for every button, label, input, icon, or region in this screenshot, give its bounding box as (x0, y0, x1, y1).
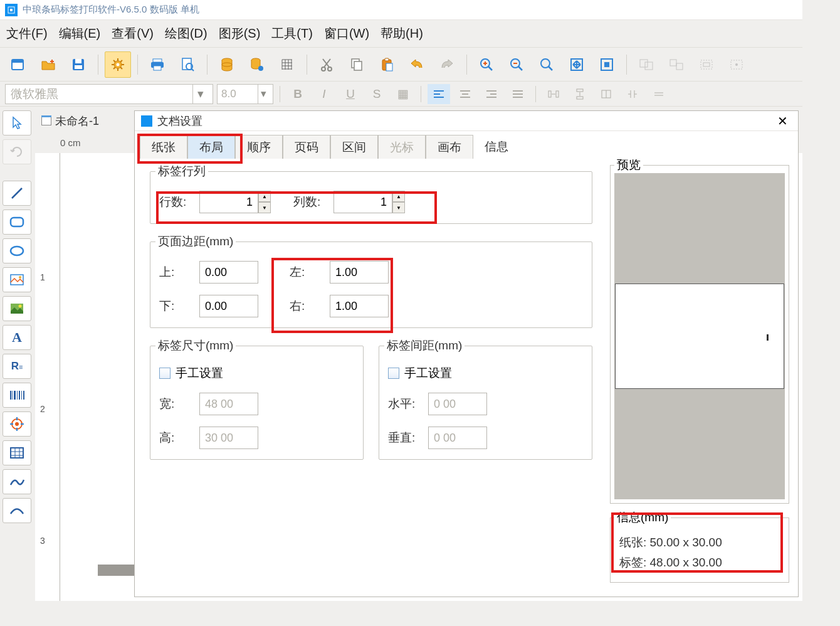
fit-screen-button[interactable] (564, 51, 590, 78)
size-manual-checkbox[interactable]: 手工设置 (159, 365, 223, 381)
svg-line-14 (113, 67, 115, 69)
margin-top-input[interactable] (199, 261, 258, 284)
rows-spin-down[interactable]: ▼ (258, 202, 271, 213)
tool-richtext[interactable]: R≡ (3, 354, 31, 379)
paste-button[interactable] (374, 51, 400, 78)
tool-curve[interactable] (3, 469, 31, 494)
cut-button[interactable] (313, 51, 340, 78)
menu-edit[interactable]: 编辑(E) (59, 25, 101, 42)
menu-view[interactable]: 查看(V) (112, 25, 154, 42)
svg-line-12 (113, 60, 115, 62)
bold-button[interactable]: B (286, 84, 309, 104)
spacing-button-2[interactable] (621, 84, 644, 104)
font-size-combo[interactable]: 8.0 ▾ (217, 84, 273, 104)
zoom-out-button[interactable] (503, 51, 530, 78)
database-button[interactable] (214, 51, 240, 78)
distribute-h-button[interactable] (542, 84, 565, 104)
tab-canvas[interactable]: 画布 (426, 135, 473, 159)
redo-button[interactable] (434, 51, 460, 78)
align-justify-button[interactable] (507, 84, 529, 104)
tab-pageno[interactable]: 页码 (283, 135, 330, 159)
preview-canvas (614, 173, 785, 499)
rows-input[interactable] (199, 191, 258, 213)
save-button[interactable] (65, 51, 92, 78)
canvas-marker (98, 565, 135, 576)
tool-barcode[interactable] (3, 383, 31, 408)
menu-file[interactable]: 文件(F) (6, 25, 48, 42)
tool-rotate[interactable] (3, 139, 31, 164)
group-label: 标签行列 (155, 163, 208, 179)
dropdown-icon: ▾ (258, 85, 269, 103)
menu-window[interactable]: 窗口(W) (324, 25, 369, 42)
group-button[interactable] (633, 51, 659, 78)
tool-roundrect[interactable] (3, 210, 31, 235)
menu-tool[interactable]: 工具(T) (271, 25, 313, 42)
group-margin: 页面边距(mm) 上: 左: 下: 右: (150, 241, 592, 328)
preview-label: 预览 (614, 157, 643, 173)
tool-ellipse[interactable] (3, 238, 31, 263)
new-button[interactable] (5, 51, 31, 78)
font-name-combo[interactable]: 微软雅黑 ▾ (5, 84, 213, 104)
grid-button[interactable] (274, 51, 300, 78)
spacing-button-3[interactable] (648, 84, 670, 104)
open-button[interactable] (35, 51, 61, 78)
tab-paper[interactable]: 纸张 (140, 135, 187, 159)
print-button[interactable] (144, 51, 171, 78)
tab-range[interactable]: 区间 (330, 135, 378, 159)
cols-spin-down[interactable]: ▼ (392, 202, 405, 213)
align-button-1[interactable] (693, 51, 720, 78)
cols-spin-up[interactable]: ▲ (392, 191, 405, 202)
zoom-button[interactable] (533, 51, 560, 78)
setup-button[interactable] (105, 51, 131, 78)
info-panel: 信息(mm) 纸张: 50.00 x 30.00 标签: 48.00 x 30.… (610, 517, 789, 583)
zoom-in-button[interactable] (473, 51, 500, 78)
copy-button[interactable] (344, 51, 370, 78)
tool-image-frame[interactable] (3, 267, 31, 292)
tool-line[interactable] (3, 181, 31, 206)
gap-manual-checkbox[interactable]: 手工设置 (388, 365, 452, 381)
more-format-button[interactable]: ▦ (392, 84, 414, 104)
distribute-v-button[interactable] (569, 84, 591, 104)
info-label: 信息(mm) (614, 509, 671, 526)
tab-order[interactable]: 顺序 (235, 135, 283, 159)
font-size-value: 8.0 (221, 88, 236, 100)
tool-select[interactable] (3, 110, 31, 135)
align-button-2[interactable] (723, 51, 750, 78)
close-button[interactable]: ✕ (774, 114, 792, 129)
spacing-button-1[interactable] (595, 84, 617, 104)
undo-button[interactable] (404, 51, 430, 78)
database-settings-button[interactable] (244, 51, 270, 78)
italic-button[interactable]: I (313, 84, 335, 104)
ungroup-button[interactable] (663, 51, 690, 78)
underline-button[interactable]: U (339, 84, 362, 104)
vert-gap-input (428, 427, 487, 449)
margin-right-input[interactable] (330, 295, 389, 317)
margin-left-input[interactable] (330, 261, 389, 284)
tab-layout[interactable]: 布局 (187, 135, 235, 159)
align-left-button[interactable] (428, 84, 450, 104)
tab-info[interactable]: 信息 (473, 135, 520, 159)
svg-rect-60 (701, 60, 712, 69)
print-preview-button[interactable] (174, 51, 201, 78)
tool-image[interactable] (3, 296, 31, 321)
cols-input[interactable] (333, 191, 392, 213)
tab-cursor[interactable]: 光标 (378, 135, 426, 159)
tool-arc[interactable] (3, 498, 31, 523)
menu-shape[interactable]: 图形(S) (219, 25, 261, 42)
strike-button[interactable]: S (365, 84, 388, 104)
group-rows-cols: 标签行列 行数: ▲ ▼ 列数: ▲ (150, 171, 592, 224)
align-center-button[interactable] (454, 84, 476, 104)
group-label: 页面边距(mm) (155, 233, 236, 250)
align-right-button[interactable] (480, 84, 503, 104)
margin-bottom-input[interactable] (199, 295, 258, 317)
svg-point-103 (15, 422, 19, 426)
menu-draw[interactable]: 绘图(D) (165, 25, 207, 42)
rows-spin-up[interactable]: ▲ (258, 191, 271, 202)
app-title: 中琅条码标签打印软件-V6.5.0 数码版 单机 (23, 4, 199, 16)
tool-target[interactable] (3, 411, 31, 437)
fit-selection-button[interactable] (594, 51, 620, 78)
tool-text[interactable]: A (3, 325, 31, 350)
menu-help[interactable]: 帮助(H) (381, 25, 423, 42)
tool-table[interactable] (3, 440, 31, 465)
svg-rect-42 (385, 58, 389, 61)
